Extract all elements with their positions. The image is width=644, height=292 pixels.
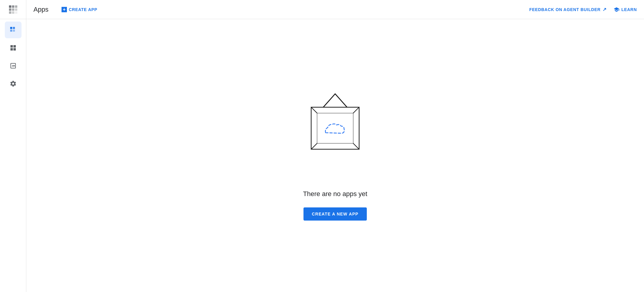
svg-marker-16 (311, 107, 359, 113)
svg-rect-11 (10, 30, 12, 32)
svg-marker-18 (311, 107, 317, 149)
sidebar-item-data[interactable] (5, 39, 22, 56)
svg-rect-10 (13, 27, 15, 29)
settings-icon (10, 80, 17, 87)
svg-rect-20 (317, 113, 353, 143)
svg-rect-5 (15, 8, 17, 11)
feedback-label: FEEDBACK ON AGENT BUILDER (529, 7, 601, 12)
svg-line-13 (323, 94, 335, 107)
empty-state: There are no apps yet CREATE A NEW APP (293, 91, 377, 221)
svg-marker-19 (353, 107, 359, 149)
sidebar (0, 19, 26, 292)
svg-rect-0 (9, 5, 11, 8)
svg-line-14 (335, 94, 347, 107)
sidebar-item-monitoring[interactable] (5, 57, 22, 74)
svg-rect-4 (12, 8, 14, 11)
learn-icon (614, 7, 620, 13)
data-icon (10, 44, 17, 51)
monitoring-icon (10, 62, 17, 69)
plus-icon: + (62, 7, 67, 12)
empty-illustration (293, 91, 377, 181)
svg-rect-6 (9, 11, 11, 14)
main-layout: There are no apps yet CREATE A NEW APP (0, 19, 644, 292)
svg-rect-9 (10, 27, 12, 29)
logo-area (0, 0, 26, 19)
svg-rect-12 (13, 30, 15, 32)
svg-rect-7 (12, 11, 14, 14)
sidebar-item-apps[interactable] (5, 22, 22, 38)
create-app-label: CREATE APP (69, 7, 97, 12)
sidebar-item-settings[interactable] (5, 75, 22, 92)
empty-state-message: There are no apps yet (303, 190, 367, 198)
create-app-button[interactable]: + CREATE APP (58, 4, 101, 15)
feedback-button[interactable]: FEEDBACK ON AGENT BUILDER ↗ (529, 7, 606, 12)
svg-rect-1 (12, 5, 14, 8)
content-area: There are no apps yet CREATE A NEW APP (26, 19, 644, 292)
external-link-icon: ↗ (602, 7, 607, 12)
header-right: FEEDBACK ON AGENT BUILDER ↗ LEARN (529, 7, 644, 13)
svg-marker-17 (311, 143, 359, 149)
svg-rect-8 (15, 11, 17, 14)
svg-rect-2 (15, 5, 17, 8)
svg-rect-3 (9, 8, 11, 11)
header: Apps + CREATE APP FEEDBACK ON AGENT BUIL… (0, 0, 644, 19)
page-title: Apps (33, 6, 48, 13)
apps-icon (9, 26, 17, 34)
learn-button[interactable]: LEARN (614, 7, 637, 13)
app-logo-icon (8, 4, 19, 15)
create-new-app-button[interactable]: CREATE A NEW APP (303, 207, 367, 221)
learn-label: LEARN (621, 7, 637, 12)
